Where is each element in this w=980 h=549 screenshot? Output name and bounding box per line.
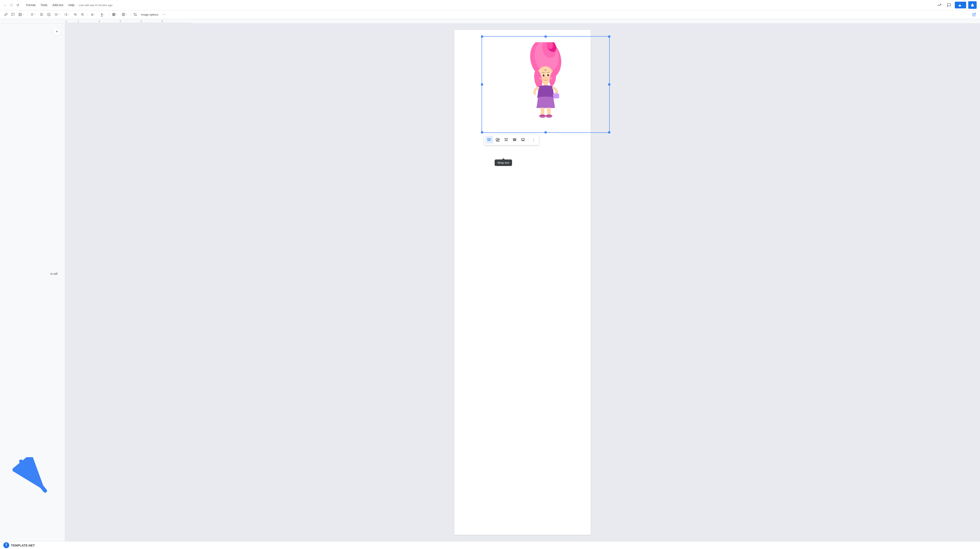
canvas-area[interactable]: ⋮ Wrap text (65, 24, 980, 541)
svg-rect-33 (124, 13, 125, 16)
svg-point-59 (544, 77, 547, 78)
sidebar-text: nt will (50, 272, 57, 275)
ruler: -1 1 2 3 4 5 (0, 19, 980, 24)
checklist-button[interactable] (46, 11, 52, 18)
svg-rect-70 (547, 115, 551, 116)
last-edit-text: Last edit was 6 minutes ago (79, 3, 113, 7)
analytics-icon[interactable] (935, 1, 943, 9)
svg-rect-64 (553, 94, 559, 98)
svg-point-58 (548, 74, 549, 75)
toolbar: 1 2 3 A A (0, 10, 980, 19)
character-image (482, 37, 609, 132)
more-wrap-options-button[interactable]: ⋮ (530, 136, 538, 144)
svg-rect-0 (971, 5, 974, 6)
svg-text:3: 3 (64, 15, 65, 16)
insert-image-button[interactable] (17, 11, 26, 18)
menu-right (935, 1, 977, 9)
svg-rect-69 (540, 115, 544, 116)
more-options-button[interactable]: ⋯ (161, 11, 167, 18)
window-icons: ⋯ □ ↺ (3, 3, 19, 7)
menu-items: Format Tools Add-ons Help Last edit was … (24, 2, 113, 8)
tools-menu[interactable]: Tools (38, 2, 50, 8)
logo-letter: T (5, 543, 7, 547)
columns-button[interactable] (120, 11, 129, 18)
svg-point-67 (539, 115, 546, 118)
svg-point-53 (542, 74, 544, 77)
image-options-label: Image options (141, 13, 158, 16)
bullet-list-button[interactable] (53, 11, 62, 18)
svg-point-57 (544, 75, 544, 75)
svg-rect-32 (122, 13, 123, 16)
svg-rect-93 (522, 139, 524, 140)
numbered-list-button[interactable]: 1 2 3 (62, 11, 72, 18)
minimize-icon[interactable]: ⋯ (3, 3, 7, 7)
image-options-button[interactable]: Image options (139, 12, 161, 17)
add-icon: + (56, 29, 58, 34)
wrap-text-button[interactable] (494, 136, 502, 144)
svg-rect-81 (505, 138, 507, 140)
indent-increase-button[interactable] (79, 11, 86, 18)
sep-2 (87, 12, 88, 17)
svg-point-68 (546, 115, 552, 118)
svg-text:2: 2 (99, 20, 100, 22)
text-color-button[interactable]: A (98, 11, 108, 18)
highlight-button[interactable]: A (89, 11, 98, 18)
edit-icon-button[interactable] (971, 11, 977, 18)
more-dots-icon: ⋮ (532, 138, 535, 142)
logo-icon: T (3, 542, 9, 548)
menu-row: ⋯ □ ↺ Format Tools Add-ons Help Last edi… (0, 0, 980, 10)
svg-point-2 (19, 14, 20, 14)
bottom-bar: T TEMPLATE.NET (0, 541, 980, 549)
addons-menu[interactable]: Add-ons (50, 2, 66, 8)
svg-point-60 (539, 77, 543, 80)
svg-point-62 (537, 80, 538, 82)
svg-text:3: 3 (120, 20, 121, 22)
link-button[interactable] (3, 11, 9, 18)
svg-text:-1: -1 (65, 20, 67, 22)
insert-comment-button[interactable] (10, 11, 16, 18)
in-front-button[interactable] (519, 136, 527, 144)
break-text-button[interactable] (502, 136, 510, 144)
svg-rect-89 (514, 139, 515, 140)
svg-rect-75 (496, 138, 498, 140)
svg-text:1: 1 (78, 20, 79, 22)
comment-icon[interactable] (945, 1, 953, 9)
svg-point-61 (548, 77, 552, 80)
behind-text-button[interactable] (511, 136, 519, 144)
line-spacing-button[interactable] (38, 11, 45, 18)
share-button[interactable] (955, 2, 966, 8)
selected-image[interactable]: ⋮ Wrap text (482, 36, 610, 133)
svg-text:4: 4 (141, 20, 142, 22)
svg-point-54 (547, 74, 549, 76)
table-button[interactable] (110, 11, 119, 18)
logo: T TEMPLATE.NET (3, 542, 35, 548)
window-icon[interactable]: □ (11, 3, 13, 7)
wrap-text-tooltip: Wrap text (495, 160, 512, 166)
menu-left: ⋯ □ ↺ Format Tools Add-ons Help Last edi… (3, 2, 113, 8)
logo-text: TEMPLATE.NET (11, 544, 35, 547)
svg-line-42 (21, 461, 45, 491)
top-bar: ⋯ □ ↺ Format Tools Add-ons Help Last edi… (0, 0, 980, 19)
indent-decrease-button[interactable] (72, 11, 79, 18)
help-menu[interactable]: Help (66, 2, 77, 8)
doc-page: ⋮ Wrap text (454, 30, 591, 535)
sidebar: + nt will (0, 24, 65, 541)
crop-button[interactable] (132, 11, 138, 18)
lock-button[interactable] (968, 1, 977, 9)
svg-rect-71 (488, 138, 489, 140)
svg-text:5: 5 (162, 20, 163, 22)
arrow-annotation (13, 457, 54, 499)
image-position-toolbar: ⋮ Wrap text (484, 134, 539, 145)
main-area: + nt will (0, 24, 980, 541)
inline-button[interactable] (485, 136, 493, 144)
img-tb-sep (528, 137, 528, 142)
add-content-button[interactable]: + (53, 28, 60, 35)
refresh-icon[interactable]: ↺ (16, 3, 19, 7)
align-button[interactable] (29, 11, 38, 18)
format-menu[interactable]: Format (24, 2, 38, 8)
svg-rect-27 (113, 13, 115, 16)
